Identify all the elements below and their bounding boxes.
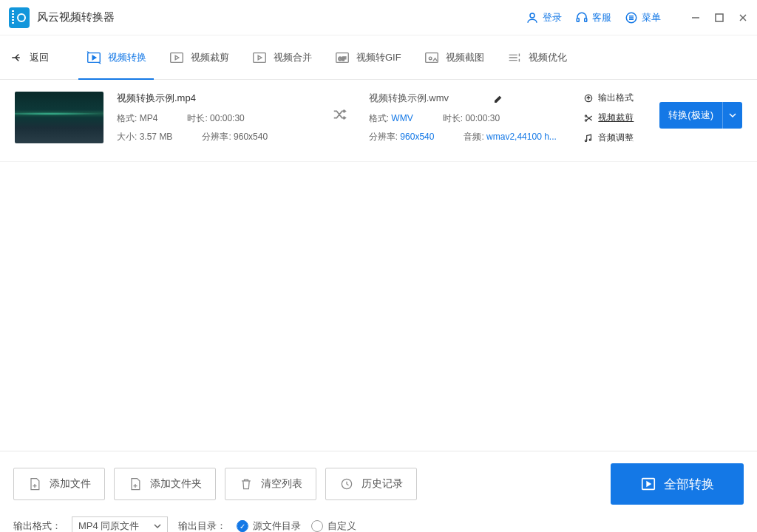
convert-all-button[interactable]: 全部转换	[611, 463, 744, 505]
audio-adjust-link[interactable]: 音频调整	[583, 132, 646, 144]
merge-icon	[251, 50, 268, 66]
convert-all-label: 全部转换	[664, 476, 714, 493]
tab-label: 视频转GIF	[356, 51, 401, 64]
login-button[interactable]: 登录	[526, 11, 562, 24]
add-file-label: 添加文件	[50, 477, 91, 491]
tab-label: 视频合并	[274, 51, 312, 64]
radio-dot-icon	[311, 520, 323, 532]
svg-point-0	[530, 13, 534, 18]
output-format-link[interactable]: 输出格式	[583, 92, 646, 104]
tab-video-screenshot[interactable]: 视频截图	[424, 36, 484, 79]
clear-list-button[interactable]: 清空列表	[225, 468, 316, 500]
file-row: 视频转换示例.mp4 格式: MP4 时长: 00:00:30 大小: 3.57…	[0, 80, 757, 162]
source-duration: 时长: 00:00:30	[187, 112, 244, 125]
tab-label: 视频截图	[446, 51, 484, 64]
svg-point-13	[585, 115, 587, 116]
convert-button[interactable]: 转换(极速)	[659, 102, 742, 129]
clear-list-label: 清空列表	[261, 477, 302, 491]
scissors-icon	[583, 113, 594, 123]
app-logo	[9, 7, 30, 28]
output-format-select[interactable]: MP4 同原文件	[72, 516, 168, 532]
tab-label: 视频转换	[108, 51, 146, 64]
file-add-icon	[27, 477, 42, 491]
close-button[interactable]	[738, 13, 748, 23]
history-icon	[339, 477, 354, 491]
output-dir-label: 输出目录：	[178, 519, 226, 532]
tab-label: 视频裁剪	[191, 51, 229, 64]
arrow-left-icon	[10, 51, 24, 64]
menu-button[interactable]: 菜单	[625, 11, 661, 24]
maximize-button[interactable]	[714, 13, 724, 23]
output-format: 格式: WMV	[369, 112, 413, 125]
edit-icon[interactable]	[493, 92, 505, 104]
video-thumbnail[interactable]	[15, 92, 103, 143]
output-filename: 视频转换示例.wmv	[369, 92, 449, 105]
chevron-down-icon	[154, 522, 161, 530]
convert-dropdown[interactable]	[722, 102, 742, 129]
history-button[interactable]: 历史记录	[325, 468, 417, 500]
add-file-button[interactable]: 添加文件	[13, 468, 105, 500]
play-icon	[640, 476, 656, 492]
radio-custom-dir[interactable]: 自定义	[311, 519, 356, 532]
tab-video-crop[interactable]: 视频裁剪	[169, 36, 229, 79]
login-label: 登录	[543, 11, 562, 24]
svg-rect-7	[254, 52, 266, 62]
svg-point-15	[585, 140, 587, 141]
user-icon	[526, 11, 539, 24]
radio-custom-label: 自定义	[327, 519, 356, 532]
add-folder-label: 添加文件夹	[150, 477, 202, 491]
output-duration: 时长: 00:00:30	[443, 112, 500, 125]
source-size: 大小: 3.57 MB	[117, 131, 172, 143]
screenshot-icon	[424, 50, 440, 66]
service-label: 客服	[592, 11, 611, 24]
export-icon	[583, 93, 594, 103]
tab-video-convert[interactable]: 视频转换	[86, 36, 146, 79]
convert-icon	[86, 50, 102, 66]
output-audio: 音频: wmav2,44100 h...	[464, 131, 556, 143]
minimize-button[interactable]	[690, 13, 701, 23]
output-format-value: MP4 同原文件	[78, 519, 139, 532]
source-resolution: 分辨率: 960x540	[202, 131, 268, 143]
back-button[interactable]: 返回	[10, 51, 49, 64]
svg-text:GIF: GIF	[339, 55, 347, 61]
source-filename: 视频转换示例.mp4	[117, 92, 319, 105]
history-label: 历史记录	[361, 477, 403, 491]
back-label: 返回	[30, 51, 49, 64]
svg-rect-2	[585, 18, 587, 21]
trash-icon	[239, 477, 254, 491]
tab-label: 视频优化	[529, 51, 567, 64]
shuffle-icon[interactable]	[332, 92, 356, 125]
tab-video-gif[interactable]: GIF 视频转GIF	[334, 36, 401, 79]
folder-add-icon	[128, 477, 143, 491]
svg-rect-6	[171, 52, 183, 62]
crop-icon	[169, 50, 185, 66]
radio-source-dir[interactable]: 源文件目录	[237, 519, 301, 532]
service-button[interactable]: 客服	[575, 11, 611, 24]
radio-dot-icon	[237, 520, 248, 532]
convert-label: 转换(极速)	[659, 102, 722, 129]
output-format-label: 输出格式：	[13, 519, 61, 532]
chevron-down-icon	[729, 112, 736, 119]
gif-icon: GIF	[334, 50, 350, 66]
svg-point-11	[429, 57, 432, 60]
music-icon	[583, 133, 594, 143]
radio-source-label: 源文件目录	[253, 519, 301, 532]
headset-icon	[575, 11, 588, 24]
add-folder-button[interactable]: 添加文件夹	[114, 468, 216, 500]
source-format: 格式: MP4	[117, 112, 157, 125]
svg-point-14	[585, 119, 587, 120]
output-resolution: 分辨率: 960x540	[369, 131, 435, 143]
tab-video-optimize[interactable]: 视频优化	[506, 36, 567, 79]
svg-rect-4	[716, 14, 723, 21]
video-crop-link[interactable]: 视频裁剪	[583, 112, 646, 124]
tab-video-merge[interactable]: 视频合并	[251, 36, 312, 79]
svg-rect-1	[577, 18, 579, 21]
menu-icon	[625, 11, 638, 24]
optimize-icon	[506, 50, 523, 66]
svg-point-16	[590, 139, 591, 140]
app-title: 风云视频转换器	[37, 10, 115, 24]
menu-label: 菜单	[642, 11, 661, 24]
